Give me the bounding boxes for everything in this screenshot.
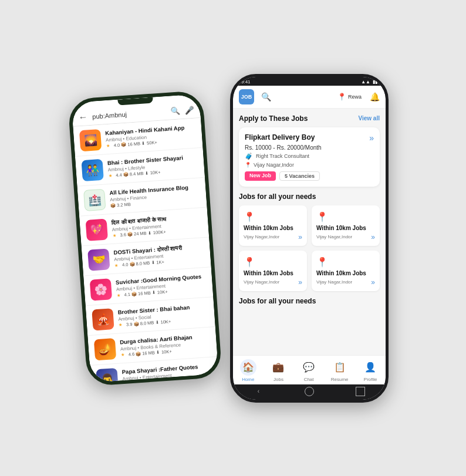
- left-screen: ← pub:Ambnuj 🔍 🎤 🌄 Kahaniyan - Hindi Kah…: [72, 93, 219, 382]
- grid-chevron-icon: »: [371, 278, 375, 286]
- view-all-button[interactable]: View all: [358, 115, 380, 121]
- job-tags: New Job 5 Vacancies: [245, 171, 374, 181]
- app-icon: 🏥: [83, 188, 106, 211]
- grid-job-card[interactable]: 📍 Within 10km Jobs Vijay Nagar,Indor »: [312, 251, 380, 291]
- app-info: Papa Shayari :Father Quotes Ambnuj • Ent…: [121, 362, 213, 382]
- apply-section-header: Apply to These Jobs View all: [239, 114, 380, 123]
- right-screen: 9:41 ▲▲ ▮▮ JOB 🔍 📍 Rewa 🔔 Apply to These…: [233, 77, 386, 400]
- jobs-section-header: Jobs for all your needs: [239, 193, 380, 201]
- app-icon: 💖: [86, 218, 108, 241]
- mic-icon[interactable]: 🎤: [184, 105, 194, 114]
- nav-icon: 👤: [362, 359, 379, 376]
- wifi-icon: ▲▲: [361, 79, 370, 85]
- grid-job-card[interactable]: 📍 Within 10km Jobs Vijay Nagar,Indor »: [312, 205, 380, 246]
- job-location-text: Vijay Nagar,Indor: [254, 162, 294, 168]
- nav-label: Home: [242, 377, 254, 382]
- app-icon: 🤝: [87, 248, 110, 271]
- nav-label: Chat: [304, 377, 314, 382]
- right-top-bar: JOB 🔍 📍 Rewa 🔔: [233, 86, 386, 109]
- grid-chevron-icon: »: [298, 233, 302, 241]
- nav-icon: 📋: [332, 359, 348, 376]
- grid-pin-icon: 📍: [244, 211, 302, 222]
- location-pin-icon: 📍: [337, 93, 346, 101]
- left-camera-notch: [117, 97, 153, 105]
- tag-vacancies: 5 Vacancies: [279, 171, 320, 181]
- nav-icon: 🏠: [240, 359, 256, 376]
- grid-job-title: Within 10km Jobs: [244, 225, 302, 231]
- nav-item-profile[interactable]: 👤 Profile: [362, 359, 379, 382]
- notification-bell-icon[interactable]: 🔔: [370, 92, 380, 102]
- job-logo: JOB: [239, 89, 254, 104]
- right-phone: 9:41 ▲▲ ▮▮ JOB 🔍 📍 Rewa 🔔 Apply to These…: [230, 74, 389, 403]
- grid-job-card[interactable]: 📍 Within 10km Jobs Vijay Nagar,Indor »: [239, 205, 307, 246]
- gesture-bar: ‹: [233, 384, 386, 400]
- app-icon: 👫: [81, 158, 103, 181]
- time-display: 9:41: [241, 79, 251, 85]
- recents-gesture-btn[interactable]: [356, 387, 365, 396]
- grid-job-title: Within 10km Jobs: [244, 270, 302, 276]
- nav-icon: 💼: [270, 359, 286, 376]
- grid-job-location: Vijay Nagar,Indor »: [244, 278, 302, 286]
- grid-job-location: Vijay Nagar,Indor »: [316, 233, 375, 241]
- location-text: Rewa: [348, 94, 362, 100]
- grid-job-card[interactable]: 📍 Within 10km Jobs Vijay Nagar,Indor »: [239, 251, 307, 291]
- grid-pin-icon: 📍: [316, 256, 375, 268]
- nav-item-jobs[interactable]: 💼 Jobs: [270, 359, 286, 382]
- apply-section-title: Apply to These Jobs: [239, 114, 308, 123]
- left-phone: ← pub:Ambnuj 🔍 🎤 🌄 Kahaniyan - Hindi Kah…: [67, 90, 222, 386]
- app-info: दिल की बात बाजारी के साथ Ambnuj • Entert…: [112, 213, 203, 238]
- jobs-grid: 📍 Within 10km Jobs Vijay Nagar,Indor » 📍…: [239, 205, 380, 291]
- nav-item-home[interactable]: 🏠 Home: [240, 359, 256, 382]
- bottom-nav: 🏠 Home 💼 Jobs 💬 Chat 📋 Resume 👤 Profile: [233, 355, 386, 384]
- back-gesture-btn[interactable]: ‹: [254, 387, 263, 396]
- nav-item-chat[interactable]: 💬 Chat: [300, 359, 317, 382]
- grid-chevron-icon: »: [371, 233, 375, 241]
- app-icon: 🪔: [94, 337, 116, 360]
- app-list: 🌄 Kahaniyan - Hindi Kahani App Ambnuj • …: [73, 117, 218, 382]
- nav-icon: 💬: [300, 359, 317, 376]
- top-search-icon[interactable]: 🔍: [261, 92, 271, 102]
- job-location: 📍 Vijay Nagar,Indor: [245, 162, 374, 168]
- grid-job-location: Vijay Nagar,Indor »: [244, 233, 302, 241]
- app-icon: 🌄: [79, 129, 102, 151]
- back-arrow-icon[interactable]: ←: [78, 112, 88, 123]
- app-info: DOSTi Shayari : दोस्ती शायरी Ambnuj • En…: [113, 243, 205, 268]
- nav-label: Profile: [364, 377, 377, 382]
- search-query: pub:Ambnuj: [92, 107, 167, 120]
- grid-job-title: Within 10km Jobs: [316, 225, 375, 231]
- job-company: 🧳 Right Track Consultant: [245, 153, 374, 160]
- grid-pin-icon: 📍: [244, 256, 302, 268]
- company-name: Right Track Consultant: [256, 153, 309, 159]
- nav-label: Resume: [331, 377, 349, 382]
- app-icon: 🌸: [90, 278, 112, 301]
- nav-item-resume[interactable]: 📋 Resume: [331, 359, 349, 382]
- grid-pin-icon: 📍: [316, 211, 375, 222]
- location-job-icon: 📍: [245, 162, 251, 168]
- tag-new-job: New Job: [245, 171, 276, 181]
- right-content: Apply to These Jobs View all Flipkart De…: [233, 109, 386, 355]
- location-badge[interactable]: 📍 Rewa: [337, 93, 362, 101]
- app-icon: 👨: [96, 367, 118, 382]
- app-info: All Life Health Insurance Blog Ambnuj • …: [109, 183, 201, 208]
- app-icon: 🎪: [92, 308, 114, 330]
- jobs-section-title: Jobs for all your needs: [239, 193, 316, 201]
- jobs-section2-title: Jobs for all your needs: [239, 297, 316, 305]
- app-info: Brother Sister : Bhai bahan Ambnuj • Soc…: [117, 303, 209, 328]
- search-icon[interactable]: 🔍: [170, 106, 180, 115]
- battery-icon: ▮▮: [373, 79, 377, 85]
- grid-job-location: Vijay Nagar,Indor »: [316, 278, 375, 286]
- job-salary: Rs. 10000 - Rs. 20000/Month: [245, 144, 374, 151]
- search-action-icons: 🔍 🎤: [170, 105, 194, 116]
- job-chevron-icon: »: [369, 133, 374, 143]
- job-card[interactable]: Flipkart Delivery Boy » Rs. 10000 - Rs. …: [239, 127, 380, 187]
- job-card-header: Flipkart Delivery Boy »: [245, 133, 374, 143]
- app-info: Bhai : Brother Sister Shayari Ambnuj • L…: [107, 153, 199, 178]
- suitcase-icon: 🧳: [245, 153, 253, 160]
- grid-job-title: Within 10km Jobs: [316, 270, 375, 276]
- app-info: Durga chalisa: Aarti Bhajan Ambnuj • Boo…: [120, 333, 211, 357]
- app-info: Kahaniyan - Hindi Kahani App Ambnuj • Ed…: [105, 123, 197, 148]
- home-gesture-btn[interactable]: [305, 387, 314, 396]
- grid-chevron-icon: »: [298, 278, 302, 286]
- right-status-bar: 9:41 ▲▲ ▮▮: [233, 77, 386, 86]
- job-title: Flipkart Delivery Boy: [245, 133, 315, 141]
